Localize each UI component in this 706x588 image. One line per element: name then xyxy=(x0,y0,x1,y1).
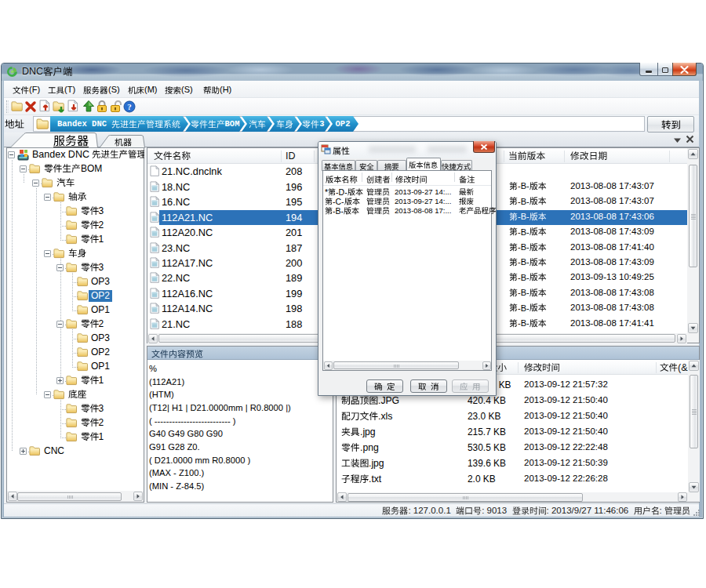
svg-text:?: ? xyxy=(127,102,132,111)
